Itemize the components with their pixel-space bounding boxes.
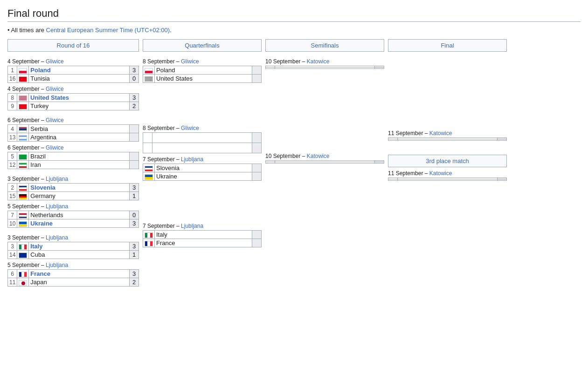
r16-header: Round of 16 [7,39,139,52]
match-table: Slovenia Ukraine [143,164,262,181]
match-table: 8 United States 3 9 Turkey 2 [7,93,139,110]
match-date: 7 September – Ljubljana [143,156,262,163]
ar-flag [19,135,27,141]
cu-flag [19,253,27,258]
3rd-place-header: 3rd place match [388,155,507,167]
match-date: 5 September – Ljubljana [7,203,139,210]
us-flag [19,96,27,101]
it-flag [145,232,153,238]
final-match-table [388,137,507,141]
sf-match-block: 10 September – Katowice [265,153,384,164]
match-table: Italy France [143,230,262,247]
tr-flag [19,104,27,109]
match-table: 3 Italy 3 14 Cuba 1 [7,242,139,259]
timezone-note: • All times are Central European Summer … [7,27,581,34]
bracket-layout: Round of 16 4 September – Gliwice 1 Pola… [7,39,581,287]
match-date: 6 September – Gliwice [7,144,139,151]
ua-flag [145,174,153,180]
qf-empty-match [143,132,262,153]
si-flag [145,166,153,171]
match-table: 5 Brazil 12 Iran [7,152,139,169]
match-date: 5 September – Ljubljana [7,262,139,268]
match-table: 2 Slovenia 3 15 Germany 1 [7,183,139,200]
match-date: 8 September – Gliwice [143,125,262,131]
sf-section: Semifinals 10 September – Katowice 10 Se… [262,39,384,164]
r16-pair: 4 September – Gliwice 1 Poland 3 16 Tuni… [7,58,139,110]
qf-section: Quarterfinals 8 September – Gliwice Pola… [139,39,262,247]
semifinals: Semifinals 10 September – Katowice 10 Se… [265,39,384,164]
match-date: 10 September – Katowice [265,153,384,159]
qf-match-block: 8 September – Gliwice Poland United Stat… [143,58,262,83]
3rd-place-match-table [388,178,507,181]
jp-flag [19,280,27,286]
r16-pair: 6 September – Gliwice 4 Serbia 13 Argent… [7,117,139,169]
quarterfinals: Quarterfinals 8 September – Gliwice Pola… [143,39,262,247]
match-table: 7 Netherlands 0 10 Ukraine 3 [7,211,139,228]
qf-match-block: 7 September – Ljubljana Slovenia Ukraine [143,156,262,181]
rs-flag [19,127,27,132]
timezone-link[interactable]: Central European Summer Time (UTC+02:00) [46,27,170,34]
match-date: 11 September – Katowice [388,170,507,177]
match-date: 8 September – Gliwice [143,58,262,65]
pl-flag [145,68,153,74]
qf-header: Quarterfinals [143,39,262,52]
page-title: Final round [7,7,581,22]
nl-flag [19,213,27,219]
sf-header: Semifinals [265,39,384,52]
match-date: 3 September – Ljubljana [7,176,139,182]
us-flag [145,76,153,82]
sf-match-table [265,160,384,164]
match-date: 7 September – Ljubljana [143,223,262,229]
match-table: Poland United States [143,66,262,83]
round-of-16: Round of 16 4 September – Gliwice 1 Pola… [7,39,139,287]
fr-flag [145,241,153,246]
match-date: 4 September – Gliwice [7,58,139,65]
si-flag [19,185,27,191]
it-flag [19,244,27,250]
r16-pair: 3 September – Ljubljana 2 Slovenia 3 15 … [7,176,139,228]
match-date: 6 September – Gliwice [7,117,139,123]
final-match-block: 11 September – Katowice [388,130,507,141]
match-date: 10 September – Katowice [265,58,384,65]
3rd-place-block: 3rd place match 11 September – Katowice [388,155,507,181]
match-date: 3 September – Ljubljana [7,234,139,241]
final-section: Final 11 September – Katowice 3rd place … [384,39,507,181]
qf-match-block: 7 September – Ljubljana Italy France [143,223,262,247]
ir-flag [19,163,27,168]
final-header: Final [388,39,507,52]
finals: Final 11 September – Katowice 3rd place … [388,39,507,181]
tn-flag [19,76,27,82]
fr-flag [19,272,27,277]
match-table: 1 Poland 3 16 Tunisia 0 [7,66,139,83]
match-date: 11 September – Katowice [388,130,507,137]
sf-match-block: 10 September – Katowice [265,58,384,69]
br-flag [19,154,27,160]
match-date: 4 September – Gliwice [7,86,139,92]
r16-pair: 3 September – Ljubljana 3 Italy 3 14 Cub… [7,234,139,287]
sf-match-table [265,66,384,69]
match-table: 6 France 3 11 Japan 2 [7,269,139,287]
pl-flag [19,68,27,74]
ua-flag [19,221,27,227]
de-flag [19,194,27,199]
qf-match-block: 8 September – Gliwice [143,125,262,153]
match-table: 4 Serbia 13 Argentina [7,124,139,142]
